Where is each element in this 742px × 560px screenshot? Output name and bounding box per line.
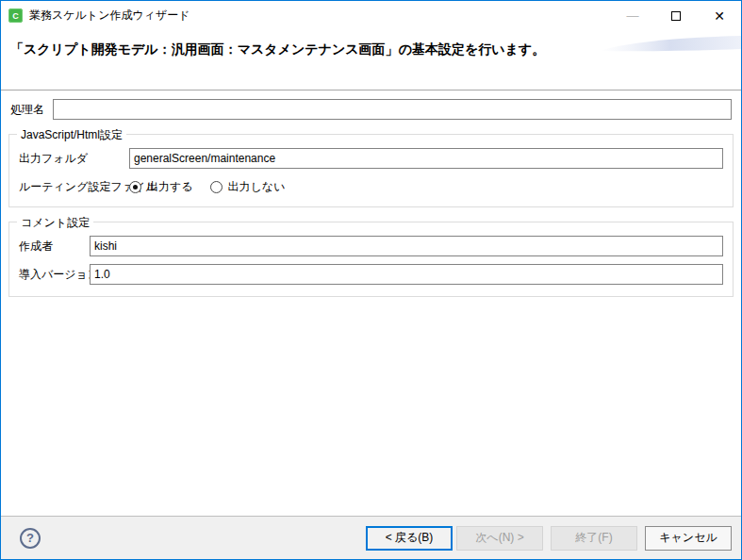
radio-output-yes[interactable]: 出力する [129, 179, 193, 195]
footer-buttons: < 戻る(B) 次へ(N) > 終了(F) キャンセル [366, 526, 732, 551]
javascript-html-group: JavaScript/Html設定 出力フォルダ ルーティング設定ファイル 出力… [8, 134, 734, 207]
radio-unselected-icon [210, 181, 223, 193]
radio-output-no-label: 出力しない [228, 179, 286, 195]
wizard-dialog: C 業務スケルトン作成ウィザード — ✕ 「スクリプト開発モデル：汎用画面：マス… [0, 0, 742, 560]
radio-output-no[interactable]: 出力しない [210, 179, 286, 195]
process-name-label: 処理名 [10, 102, 53, 118]
version-row: 導入バージョン [19, 264, 723, 285]
radio-selected-icon [129, 181, 141, 193]
close-button[interactable]: ✕ [698, 1, 741, 30]
process-name-row: 処理名 [10, 99, 732, 120]
comment-group: コメント設定 作成者 導入バージョン [8, 222, 734, 297]
routing-file-label: ルーティング設定ファイル [19, 179, 129, 195]
output-folder-label: 出力フォルダ [19, 151, 129, 167]
output-folder-input[interactable] [129, 148, 723, 169]
author-input[interactable] [90, 236, 723, 256]
routing-file-row: ルーティング設定ファイル 出力する 出力しない [19, 179, 723, 195]
maximize-button[interactable] [654, 1, 698, 30]
comment-group-title: コメント設定 [17, 215, 93, 231]
back-button[interactable]: < 戻る(B) [366, 526, 453, 551]
help-icon: ? [26, 531, 34, 545]
routing-file-radio-group: 出力する 出力しない [129, 179, 285, 195]
help-button[interactable]: ? [20, 528, 41, 549]
minimize-button[interactable]: — [611, 1, 654, 30]
next-button[interactable]: 次へ(N) > [456, 526, 543, 551]
author-row: 作成者 [19, 236, 723, 256]
title-bar: C 業務スケルトン作成ウィザード — ✕ [1, 1, 741, 30]
author-label: 作成者 [19, 239, 90, 255]
radio-output-yes-label: 出力する [147, 179, 193, 195]
output-folder-row: 出力フォルダ [19, 148, 723, 169]
version-label: 導入バージョン [19, 267, 90, 283]
banner-swoosh [600, 36, 741, 57]
javascript-html-group-title: JavaScript/Html設定 [17, 127, 126, 143]
minimize-icon: — [627, 8, 639, 23]
button-bar: ? < 戻る(B) 次へ(N) > 終了(F) キャンセル [1, 516, 741, 559]
form-area: 処理名 JavaScript/Html設定 出力フォルダ ルーティング設定ファイ… [1, 91, 741, 516]
version-input[interactable] [90, 264, 723, 285]
wizard-banner: 「スクリプト開発モデル：汎用画面：マスタメンテナンス画面」の基本設定を行います。 [1, 30, 741, 91]
process-name-input[interactable] [53, 99, 732, 120]
close-icon: ✕ [714, 8, 725, 24]
cancel-button[interactable]: キャンセル [645, 526, 732, 551]
maximize-icon [671, 11, 681, 21]
app-icon: C [8, 8, 23, 23]
finish-button[interactable]: 終了(F) [551, 526, 637, 551]
window-title: 業務スケルトン作成ウィザード [29, 8, 611, 24]
